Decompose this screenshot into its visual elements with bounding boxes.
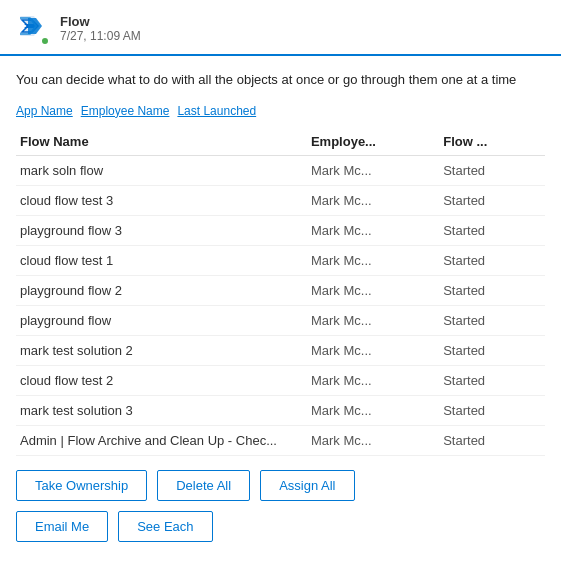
filter-row: App Name Employee Name Last Launched [0, 98, 561, 128]
see-each-button[interactable]: See Each [118, 511, 212, 542]
cell-status: Started [439, 305, 545, 335]
header: Flow 7/27, 11:09 AM [0, 0, 561, 56]
table-row[interactable]: Admin | Flow Archive and Clean Up - Chec… [16, 425, 545, 455]
buttons-row-1: Take OwnershipDelete AllAssign All [0, 456, 561, 507]
table-row[interactable]: playground flow 3Mark Mc...Started [16, 215, 545, 245]
cell-flow-name: cloud flow test 1 [16, 245, 307, 275]
header-text: Flow 7/27, 11:09 AM [60, 14, 141, 43]
filter-employee-name[interactable]: Employee Name [81, 104, 170, 118]
table-row[interactable]: playground flowMark Mc...Started [16, 305, 545, 335]
flows-table: Flow Name Employe... Flow ... mark soln … [16, 128, 545, 456]
table-wrapper: Flow Name Employe... Flow ... mark soln … [0, 128, 561, 456]
cell-flow-name: playground flow 2 [16, 275, 307, 305]
cell-status: Started [439, 275, 545, 305]
cell-employee: Mark Mc... [307, 425, 439, 455]
cell-status: Started [439, 365, 545, 395]
cell-status: Started [439, 245, 545, 275]
cell-employee: Mark Mc... [307, 245, 439, 275]
app-name: Flow [60, 14, 141, 29]
col-flow-status: Flow ... [439, 128, 545, 156]
cell-flow-name: cloud flow test 2 [16, 365, 307, 395]
cell-flow-name: mark test solution 3 [16, 395, 307, 425]
flow-icon-wrapper [14, 10, 50, 46]
col-flow-name: Flow Name [16, 128, 307, 156]
table-row[interactable]: cloud flow test 3Mark Mc...Started [16, 185, 545, 215]
main-card: Flow 7/27, 11:09 AM You can decide what … [0, 0, 561, 580]
cell-status: Started [439, 335, 545, 365]
filter-app-name[interactable]: App Name [16, 104, 73, 118]
buttons-row-2: Email MeSee Each [0, 507, 561, 552]
cell-status: Started [439, 155, 545, 185]
cell-employee: Mark Mc... [307, 395, 439, 425]
cell-flow-name: mark test solution 2 [16, 335, 307, 365]
cell-status: Started [439, 215, 545, 245]
cell-status: Started [439, 425, 545, 455]
cell-employee: Mark Mc... [307, 185, 439, 215]
cell-status: Started [439, 395, 545, 425]
table-row[interactable]: mark soln flowMark Mc...Started [16, 155, 545, 185]
delete-all-button[interactable]: Delete All [157, 470, 250, 501]
table-header-row: Flow Name Employe... Flow ... [16, 128, 545, 156]
filter-last-launched[interactable]: Last Launched [177, 104, 256, 118]
email-me-button[interactable]: Email Me [16, 511, 108, 542]
cell-flow-name: playground flow 3 [16, 215, 307, 245]
cell-flow-name: mark soln flow [16, 155, 307, 185]
online-status-dot [40, 36, 50, 46]
cell-employee: Mark Mc... [307, 155, 439, 185]
cell-employee: Mark Mc... [307, 365, 439, 395]
cell-employee: Mark Mc... [307, 215, 439, 245]
col-employee: Employe... [307, 128, 439, 156]
cell-flow-name: playground flow [16, 305, 307, 335]
table-row[interactable]: mark test solution 2Mark Mc...Started [16, 335, 545, 365]
assign-all-button[interactable]: Assign All [260, 470, 354, 501]
cell-status: Started [439, 185, 545, 215]
table-row[interactable]: cloud flow test 2Mark Mc...Started [16, 365, 545, 395]
cell-employee: Mark Mc... [307, 305, 439, 335]
cell-employee: Mark Mc... [307, 335, 439, 365]
header-datetime: 7/27, 11:09 AM [60, 29, 141, 43]
table-row[interactable]: playground flow 2Mark Mc...Started [16, 275, 545, 305]
table-row[interactable]: cloud flow test 1Mark Mc...Started [16, 245, 545, 275]
description-text: You can decide what to do with all the o… [0, 56, 561, 98]
cell-flow-name: cloud flow test 3 [16, 185, 307, 215]
cell-flow-name: Admin | Flow Archive and Clean Up - Chec… [16, 425, 307, 455]
take-ownership-button[interactable]: Take Ownership [16, 470, 147, 501]
cell-employee: Mark Mc... [307, 275, 439, 305]
table-row[interactable]: mark test solution 3Mark Mc...Started [16, 395, 545, 425]
